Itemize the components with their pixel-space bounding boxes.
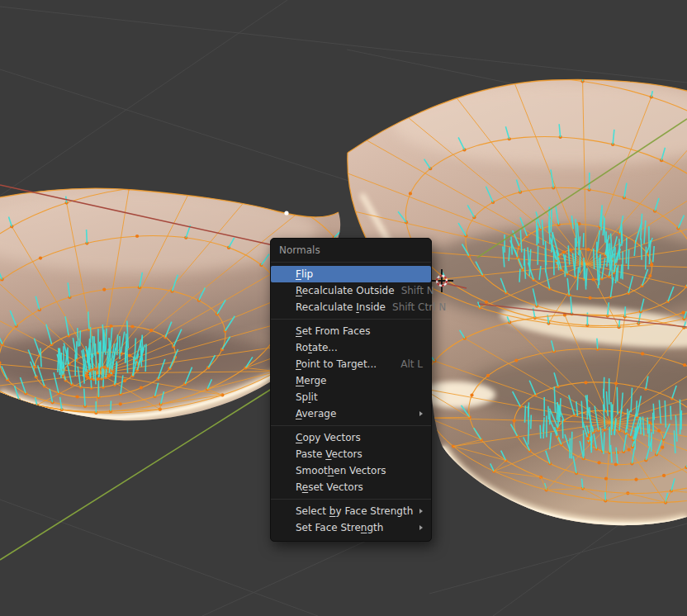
menu-group-4: Select by Face Strength Set Face Strengt… [271, 499, 431, 539]
submenu-arrow-icon [419, 411, 423, 416]
shortcut-label: Shift Ctrl N [386, 301, 446, 313]
menu-item-set-from-faces[interactable]: Set From Faces [271, 323, 431, 339]
submenu-arrow-icon [419, 509, 423, 514]
menu-item-paste-vectors[interactable]: Paste Vectors [271, 446, 431, 462]
menu-item-copy-vectors[interactable]: Copy Vectors [271, 429, 431, 446]
menu-item-recalculate-outside[interactable]: Recalculate Outside Shift N [271, 282, 431, 299]
menu-item-split[interactable]: Split [271, 389, 431, 405]
menu-item-merge[interactable]: Merge [271, 372, 431, 389]
active-vertex [284, 211, 288, 215]
menu-item-reset-vectors[interactable]: Reset Vectors [271, 479, 431, 495]
menu-group-1: Flip Recalculate Outside Shift N Recalcu… [271, 262, 431, 319]
menu-item-set-face-strength[interactable]: Set Face Strength [271, 519, 431, 536]
menu-title: Normals [271, 239, 431, 262]
menu-item-recalculate-inside[interactable]: Recalculate Inside Shift Ctrl N [271, 299, 431, 315]
shortcut-label: Shift N [395, 285, 434, 296]
menu-item-flip[interactable]: Flip [271, 266, 431, 282]
menu-group-3: Copy Vectors Paste Vectors Smoothen Vect… [271, 425, 431, 499]
blender-3d-viewport[interactable]: Normals Flip Recalculate Outside Shift N… [0, 0, 687, 616]
menu-item-select-by-face-strength[interactable]: Select by Face Strength [271, 503, 431, 519]
menu-item-average[interactable]: Average [271, 405, 431, 422]
submenu-arrow-icon [419, 525, 423, 530]
menu-item-smoothen-vectors[interactable]: Smoothen Vectors [271, 462, 431, 479]
menu-group-2: Set From Faces Rotate... Point to Target… [271, 319, 431, 425]
menu-item-rotate[interactable]: Rotate... [271, 339, 431, 356]
menu-item-point-to-target[interactable]: Point to Target... Alt L [271, 356, 431, 372]
shortcut-label: Alt L [394, 358, 423, 370]
context-menu-normals: Normals Flip Recalculate Outside Shift N… [270, 238, 432, 542]
